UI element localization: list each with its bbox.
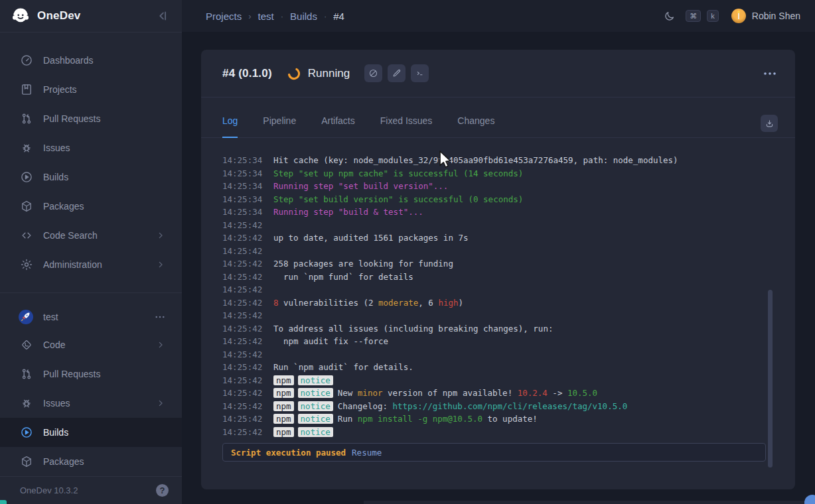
package-icon <box>20 200 33 213</box>
sidebar-item-label: Dashboards <box>43 55 94 66</box>
project-menu-button[interactable] <box>154 311 166 323</box>
resume-link[interactable]: Resume <box>352 448 382 458</box>
log-timestamp: 14:25:34 <box>222 206 273 219</box>
topbar: Projects›test·Builds·#4 ⌘ k Robin Shen <box>182 0 815 32</box>
sidebar: OneDev DashboardsProjectsPull RequestsIs… <box>0 0 182 504</box>
sidebar-item-dashboards[interactable]: Dashboards <box>0 46 182 75</box>
pull-request-icon <box>20 367 33 381</box>
log-text: 10.2.4 <box>518 388 548 398</box>
log-text: New <box>338 388 358 398</box>
build-action-buttons <box>364 64 429 82</box>
tab-pipeline[interactable]: Pipeline <box>263 115 296 138</box>
sidebar-item-builds[interactable]: Builds <box>0 162 182 192</box>
project-name: test <box>43 312 58 322</box>
cancel-build-button[interactable] <box>364 64 382 82</box>
npm-npm-badge: npm <box>273 414 294 424</box>
bug-icon <box>20 141 33 155</box>
book-icon <box>20 83 33 96</box>
chevron-right-icon <box>155 230 166 241</box>
log-message: run `npm fund` for details <box>273 271 413 284</box>
log-message: npm audit fix --force <box>273 335 388 348</box>
more-options-button[interactable] <box>762 66 778 82</box>
log-scrollbar-thumb[interactable] <box>768 290 773 468</box>
log-message: 8 vulnerabilities (2 moderate, 6 high) <box>273 296 463 310</box>
log-line: 14:25:34Step "set build version" is succ… <box>222 193 766 206</box>
log-line: 14:25:42npmnotice <box>222 374 766 387</box>
sidebar-item-pull-requests[interactable]: Pull Requests <box>0 359 182 389</box>
breadcrumb-separator: · <box>281 11 283 21</box>
sidebar-divider <box>0 292 182 293</box>
chevron-right-icon <box>155 398 166 409</box>
sidebar-item-projects[interactable]: Projects <box>0 75 182 104</box>
project-switcher[interactable]: test <box>0 304 182 330</box>
log-message: To address all issues (including breakin… <box>273 322 553 336</box>
sidebar-item-builds[interactable]: Builds <box>0 418 182 447</box>
dashboard-icon <box>20 54 33 67</box>
breadcrumb-builds[interactable]: Builds <box>290 11 317 22</box>
sidebar-item-pull-requests[interactable]: Pull Requests <box>0 104 182 133</box>
dark-mode-toggle-moon-icon[interactable] <box>663 10 676 23</box>
log-text: Step "set build version" is successful (… <box>273 194 523 204</box>
sidebar-item-label: Builds <box>43 172 68 182</box>
npm-npm-badge: npm <box>273 375 294 385</box>
breadcrumb-separator: · <box>324 11 327 21</box>
log-text: Changelog: <box>338 401 393 411</box>
log-timestamp: 14:25:34 <box>222 193 273 206</box>
log-text: run `npm fund` for details <box>273 272 413 282</box>
log-line: 14:25:42 <box>222 245 766 258</box>
log-message: up to date, audited 1561 packages in 7s <box>273 231 469 245</box>
sidebar-footer: OneDev 10.3.2 ? <box>0 476 182 504</box>
sidebar-item-label: Administration <box>43 259 102 270</box>
sidebar-item-code[interactable]: Code <box>0 330 182 359</box>
log-timestamp: 14:25:42 <box>222 322 273 336</box>
breadcrumb: Projects›test·Builds·#4 <box>206 11 344 22</box>
npm-npm-badge: npm <box>273 427 294 437</box>
log-text: up to date, audited 1561 packages in 7s <box>273 233 469 243</box>
download-log-button[interactable] <box>761 115 778 132</box>
log-timestamp: 14:25:42 <box>222 219 273 232</box>
ban-icon <box>368 68 378 78</box>
breadcrumb-projects[interactable]: Projects <box>206 11 242 22</box>
sidebar-item-packages[interactable]: Packages <box>0 192 182 221</box>
log-message: npmnoticeNew minor version of npm availa… <box>273 387 597 400</box>
log-timestamp: 14:25:42 <box>222 271 273 284</box>
build-status: Running <box>308 67 350 80</box>
bug-icon <box>20 397 33 410</box>
log-message: npmnotice <box>273 426 338 439</box>
edit-build-button[interactable] <box>388 64 406 82</box>
tab-fixed-issues[interactable]: Fixed Issues <box>380 115 433 138</box>
log-text: Run `npm audit` for details. <box>273 362 413 372</box>
log-timestamp: 14:25:42 <box>222 283 273 296</box>
main-area: Projects›test·Builds·#4 ⌘ k Robin Shen #… <box>182 0 815 504</box>
app-version: OneDev 10.3.2 <box>20 485 78 495</box>
log-text: Step "set up npm cache" is successful (1… <box>273 168 523 178</box>
sidebar-item-issues[interactable]: Issues <box>0 389 182 418</box>
log-message: npmnoticeChangelog: https://github.com/n… <box>273 400 627 413</box>
sidebar-collapse-button[interactable] <box>155 9 170 23</box>
log-message: Run `npm audit` for details. <box>273 361 413 374</box>
breadcrumb-test[interactable]: test <box>258 11 274 22</box>
log-line: 14:25:34Step "set up npm cache" is succe… <box>222 167 766 180</box>
tab-log[interactable]: Log <box>222 115 238 138</box>
user-menu[interactable]: Robin Shen <box>731 9 800 23</box>
log-text: moderate <box>378 298 418 308</box>
sidebar-item-administration[interactable]: Administration <box>0 250 182 279</box>
log-message: npmnoticeRun npm install -g npm@10.5.0 t… <box>273 412 538 426</box>
web-terminal-button[interactable] <box>411 64 429 82</box>
sidebar-item-issues[interactable]: Issues <box>0 133 182 162</box>
log-message: Step "set up npm cache" is successful (1… <box>273 167 523 180</box>
log-text: 8 <box>273 298 279 308</box>
tab-artifacts[interactable]: Artifacts <box>321 115 355 138</box>
log-link[interactable]: https://github.com/npm/cli/releases/tag/… <box>393 401 628 411</box>
tab-changes[interactable]: Changes <box>457 115 494 138</box>
sidebar-item-code-search[interactable]: Code Search <box>0 221 182 250</box>
pull-request-icon <box>20 112 33 125</box>
log-line: 14:25:42npmnoticeRun npm install -g npm@… <box>222 412 766 426</box>
log-timestamp: 14:25:34 <box>222 154 273 167</box>
sidebar-item-label: Code <box>43 340 65 350</box>
log-line: 14:25:42To address all issues (including… <box>222 322 766 336</box>
log-timestamp: 14:25:42 <box>222 335 273 348</box>
help-icon[interactable]: ? <box>156 484 169 497</box>
sidebar-item-packages[interactable]: Packages <box>0 447 182 476</box>
play-circle-icon <box>20 426 33 439</box>
